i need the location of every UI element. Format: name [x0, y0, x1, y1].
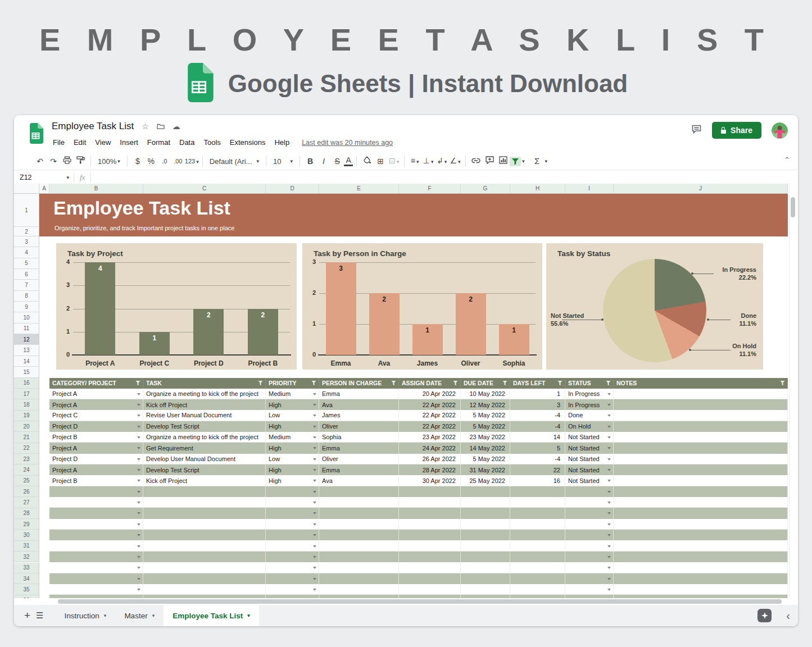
cell-dropdown-arrow[interactable]	[607, 469, 611, 471]
table-cell[interactable]	[319, 530, 399, 540]
table-cell[interactable]: 26 Apr 2022	[399, 454, 461, 464]
row-header-9[interactable]: 9	[14, 302, 39, 312]
table-cell[interactable]	[614, 410, 788, 421]
table-cell[interactable]: Project A	[49, 443, 143, 453]
table-cell[interactable]: Project B	[49, 475, 143, 486]
table-cell[interactable]	[319, 541, 399, 552]
filter-icon[interactable]	[311, 381, 316, 386]
cell-dropdown-arrow[interactable]	[607, 480, 611, 482]
row-header-34[interactable]: 34	[14, 573, 39, 584]
table-cell[interactable]: Low	[266, 454, 319, 464]
last-edit-link[interactable]: Last edit was 20 minutes ago	[302, 139, 393, 147]
table-cell[interactable]: 25 May 2022	[461, 475, 510, 486]
column-header-A[interactable]: A	[39, 184, 49, 194]
table-cell[interactable]	[399, 552, 461, 562]
sheet-tab-master[interactable]: Master▾	[115, 605, 164, 626]
table-cell[interactable]: 16	[510, 475, 565, 486]
table-cell[interactable]: High	[266, 399, 319, 410]
insert-chart-icon[interactable]	[496, 155, 510, 167]
table-cell[interactable]	[143, 552, 266, 562]
row-header-35[interactable]: 35	[14, 584, 39, 595]
table-cell[interactable]	[319, 584, 399, 595]
menu-help[interactable]: Help	[270, 136, 294, 148]
cell-dropdown-arrow[interactable]	[607, 426, 611, 428]
cell-dropdown-arrow[interactable]	[607, 534, 611, 536]
sheet-tab-employee-task-list[interactable]: Employee Task List▾	[164, 605, 259, 626]
cell-dropdown-arrow[interactable]	[607, 447, 611, 449]
cell-dropdown-arrow[interactable]	[607, 523, 611, 526]
formula-input[interactable]	[91, 170, 798, 184]
table-cell[interactable]	[143, 573, 266, 584]
table-cell[interactable]: Project D	[49, 454, 143, 464]
menu-edit[interactable]: Edit	[69, 136, 90, 148]
table-cell[interactable]	[266, 530, 319, 540]
table-cell[interactable]	[461, 508, 510, 518]
table-cell[interactable]: 14	[510, 432, 565, 443]
menu-view[interactable]: View	[90, 136, 115, 148]
table-cell[interactable]	[143, 530, 266, 540]
table-cell[interactable]	[565, 519, 614, 530]
more-formats-icon[interactable]: 123▾	[185, 155, 199, 168]
row-header-4[interactable]: 4	[14, 247, 39, 258]
row-header-2[interactable]: 2	[14, 227, 39, 236]
table-cell[interactable]	[510, 562, 565, 573]
cell-dropdown-arrow[interactable]	[607, 436, 611, 439]
table-cell[interactable]	[614, 486, 788, 497]
table-cell[interactable]: 23 May 2022	[461, 432, 510, 443]
filter-icon[interactable]	[557, 381, 562, 386]
table-cell[interactable]	[319, 573, 399, 584]
table-cell[interactable]	[319, 486, 399, 497]
table-cell[interactable]: Not Started	[565, 432, 614, 443]
row-header-27[interactable]: 27	[14, 497, 39, 508]
table-cell[interactable]	[614, 389, 788, 399]
table-cell[interactable]	[510, 541, 565, 552]
row-header-6[interactable]: 6	[14, 269, 39, 280]
table-cell[interactable]	[461, 584, 510, 595]
insert-comment-icon[interactable]	[483, 155, 496, 167]
row-header-10[interactable]: 10	[14, 312, 39, 323]
cell-dropdown-arrow[interactable]	[137, 393, 140, 395]
table-cell[interactable]	[510, 508, 565, 518]
cell-dropdown-arrow[interactable]	[607, 578, 611, 580]
table-cell[interactable]: 22 Apr 2022	[399, 399, 461, 410]
table-cell[interactable]	[614, 421, 788, 432]
filter-icon[interactable]	[258, 381, 263, 386]
cell-dropdown-arrow[interactable]	[137, 491, 140, 493]
undo-icon[interactable]: ↶	[33, 155, 47, 167]
table-cell[interactable]	[565, 530, 614, 540]
table-cell[interactable]	[510, 573, 565, 584]
table-cell[interactable]: Revise User Manual Document	[143, 410, 266, 421]
paint-format-icon[interactable]	[74, 155, 87, 167]
cell-dropdown-arrow[interactable]	[137, 589, 140, 591]
cell-dropdown-arrow[interactable]	[313, 469, 316, 471]
table-cell[interactable]	[461, 530, 510, 540]
column-header-F[interactable]: F	[399, 184, 461, 194]
table-cell[interactable]: Not Started	[565, 475, 614, 486]
row-header-11[interactable]: 11	[14, 324, 39, 334]
table-cell[interactable]: 28 Apr 2022	[399, 464, 461, 475]
cell-dropdown-arrow[interactable]	[137, 480, 140, 482]
filter-icon[interactable]	[453, 381, 458, 386]
table-cell[interactable]	[565, 584, 614, 595]
table-cell[interactable]	[143, 508, 266, 518]
table-cell[interactable]: -4	[510, 421, 565, 432]
horizontal-scrollbar[interactable]	[14, 598, 798, 605]
fill-color-icon[interactable]	[360, 155, 374, 167]
table-cell[interactable]	[266, 519, 319, 530]
cell-dropdown-arrow[interactable]	[137, 436, 140, 439]
table-cell[interactable]	[49, 541, 143, 552]
table-cell[interactable]: Project A	[49, 464, 143, 475]
table-cell[interactable]: Project C	[49, 410, 143, 421]
table-cell[interactable]: 23 Apr 2022	[399, 432, 461, 443]
table-cell[interactable]: Not Started	[565, 443, 614, 453]
filter-icon[interactable]	[502, 381, 507, 386]
menu-tools[interactable]: Tools	[199, 136, 225, 148]
cell-dropdown-arrow[interactable]	[313, 534, 316, 536]
table-cell[interactable]	[266, 486, 319, 497]
cell-dropdown-arrow[interactable]	[607, 567, 611, 569]
collapse-toolbar-icon[interactable]: ⌃	[784, 156, 790, 164]
all-sheets-icon[interactable]: ☰	[36, 610, 43, 621]
row-header-20[interactable]: 20	[14, 421, 39, 432]
table-cell[interactable]: In Progress	[565, 389, 614, 399]
table-cell[interactable]	[510, 552, 565, 562]
